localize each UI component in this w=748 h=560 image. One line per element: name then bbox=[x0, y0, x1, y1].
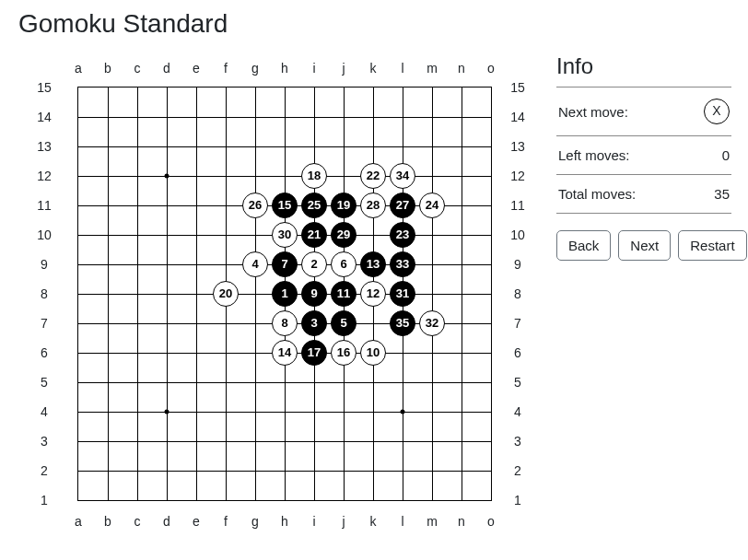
cell-m12[interactable] bbox=[419, 163, 445, 189]
cell-n3[interactable] bbox=[449, 428, 474, 454]
cell-d12[interactable] bbox=[154, 163, 180, 189]
cell-e9[interactable] bbox=[183, 251, 209, 277]
cell-k4[interactable] bbox=[360, 399, 386, 425]
cell-i13[interactable] bbox=[301, 134, 327, 159]
cell-i3[interactable] bbox=[301, 428, 327, 454]
cell-c3[interactable] bbox=[124, 428, 150, 454]
cell-o14[interactable] bbox=[478, 104, 504, 130]
cell-m9[interactable] bbox=[419, 251, 445, 277]
cell-h4[interactable] bbox=[272, 399, 298, 425]
stone-2[interactable]: 2 bbox=[301, 251, 327, 277]
cell-c9[interactable] bbox=[124, 251, 150, 277]
cell-g2[interactable] bbox=[242, 458, 268, 484]
cell-o13[interactable] bbox=[478, 134, 504, 159]
cell-d13[interactable] bbox=[154, 134, 180, 159]
cell-g4[interactable] bbox=[242, 399, 268, 425]
cell-c12[interactable] bbox=[124, 163, 150, 189]
cell-a14[interactable] bbox=[65, 104, 91, 130]
cell-m8[interactable] bbox=[419, 281, 445, 307]
stone-22[interactable]: 22 bbox=[360, 163, 386, 189]
cell-c15[interactable] bbox=[124, 75, 150, 100]
cell-m4[interactable] bbox=[419, 399, 445, 425]
stone-11[interactable]: 11 bbox=[331, 281, 356, 307]
cell-e7[interactable] bbox=[183, 310, 209, 336]
cell-d2[interactable] bbox=[154, 458, 180, 484]
cell-a1[interactable] bbox=[65, 487, 91, 513]
cell-e8[interactable] bbox=[183, 281, 209, 307]
cell-g10[interactable] bbox=[242, 222, 268, 248]
cell-k7[interactable] bbox=[360, 310, 386, 336]
cell-d6[interactable] bbox=[154, 340, 180, 366]
cell-k13[interactable] bbox=[360, 134, 386, 159]
cell-j12[interactable] bbox=[331, 163, 356, 189]
stone-3[interactable]: 3 bbox=[301, 310, 327, 336]
stone-33[interactable]: 33 bbox=[390, 251, 415, 277]
cell-m13[interactable] bbox=[419, 134, 445, 159]
cell-f3[interactable] bbox=[213, 428, 239, 454]
next-button[interactable]: Next bbox=[618, 230, 671, 261]
cell-a7[interactable] bbox=[65, 310, 91, 336]
cell-b5[interactable] bbox=[95, 369, 121, 395]
cell-m6[interactable] bbox=[419, 340, 445, 366]
stone-19[interactable]: 19 bbox=[331, 192, 356, 218]
cell-o1[interactable] bbox=[478, 487, 504, 513]
stone-4[interactable]: 4 bbox=[242, 251, 268, 277]
cell-f1[interactable] bbox=[213, 487, 239, 513]
cell-h5[interactable] bbox=[272, 369, 298, 395]
cell-g1[interactable] bbox=[242, 487, 268, 513]
stone-31[interactable]: 31 bbox=[390, 281, 415, 307]
cell-k14[interactable] bbox=[360, 104, 386, 130]
stone-15[interactable]: 15 bbox=[272, 192, 298, 218]
stone-21[interactable]: 21 bbox=[301, 222, 327, 248]
cell-m1[interactable] bbox=[419, 487, 445, 513]
cell-f9[interactable] bbox=[213, 251, 239, 277]
cell-g7[interactable] bbox=[242, 310, 268, 336]
stone-14[interactable]: 14 bbox=[272, 340, 298, 366]
cell-j3[interactable] bbox=[331, 428, 356, 454]
stone-32[interactable]: 32 bbox=[419, 310, 445, 336]
cell-g15[interactable] bbox=[242, 75, 268, 100]
cell-e4[interactable] bbox=[183, 399, 209, 425]
cell-b11[interactable] bbox=[95, 192, 121, 218]
cell-g5[interactable] bbox=[242, 369, 268, 395]
cell-c2[interactable] bbox=[124, 458, 150, 484]
stone-10[interactable]: 10 bbox=[360, 340, 386, 366]
cell-f11[interactable] bbox=[213, 192, 239, 218]
cell-k3[interactable] bbox=[360, 428, 386, 454]
cell-n5[interactable] bbox=[449, 369, 474, 395]
cell-k1[interactable] bbox=[360, 487, 386, 513]
stone-13[interactable]: 13 bbox=[360, 251, 386, 277]
cell-c13[interactable] bbox=[124, 134, 150, 159]
stone-25[interactable]: 25 bbox=[301, 192, 327, 218]
cell-a12[interactable] bbox=[65, 163, 91, 189]
cell-i2[interactable] bbox=[301, 458, 327, 484]
cell-a4[interactable] bbox=[65, 399, 91, 425]
cell-a2[interactable] bbox=[65, 458, 91, 484]
cell-b2[interactable] bbox=[95, 458, 121, 484]
cell-f5[interactable] bbox=[213, 369, 239, 395]
cell-a3[interactable] bbox=[65, 428, 91, 454]
cell-i1[interactable] bbox=[301, 487, 327, 513]
cell-f14[interactable] bbox=[213, 104, 239, 130]
cell-m15[interactable] bbox=[419, 75, 445, 100]
stone-5[interactable]: 5 bbox=[331, 310, 356, 336]
stone-17[interactable]: 17 bbox=[301, 340, 327, 366]
restart-button[interactable]: Restart bbox=[678, 230, 746, 261]
cell-n6[interactable] bbox=[449, 340, 474, 366]
cell-k5[interactable] bbox=[360, 369, 386, 395]
stone-27[interactable]: 27 bbox=[390, 192, 415, 218]
cell-c8[interactable] bbox=[124, 281, 150, 307]
cell-a9[interactable] bbox=[65, 251, 91, 277]
cell-o4[interactable] bbox=[478, 399, 504, 425]
stone-9[interactable]: 9 bbox=[301, 281, 327, 307]
cell-o11[interactable] bbox=[478, 192, 504, 218]
cell-n11[interactable] bbox=[449, 192, 474, 218]
cell-e12[interactable] bbox=[183, 163, 209, 189]
cell-f12[interactable] bbox=[213, 163, 239, 189]
cell-o15[interactable] bbox=[478, 75, 504, 100]
cell-b12[interactable] bbox=[95, 163, 121, 189]
cell-o9[interactable] bbox=[478, 251, 504, 277]
cell-b6[interactable] bbox=[95, 340, 121, 366]
cell-b9[interactable] bbox=[95, 251, 121, 277]
stone-20[interactable]: 20 bbox=[213, 281, 239, 307]
